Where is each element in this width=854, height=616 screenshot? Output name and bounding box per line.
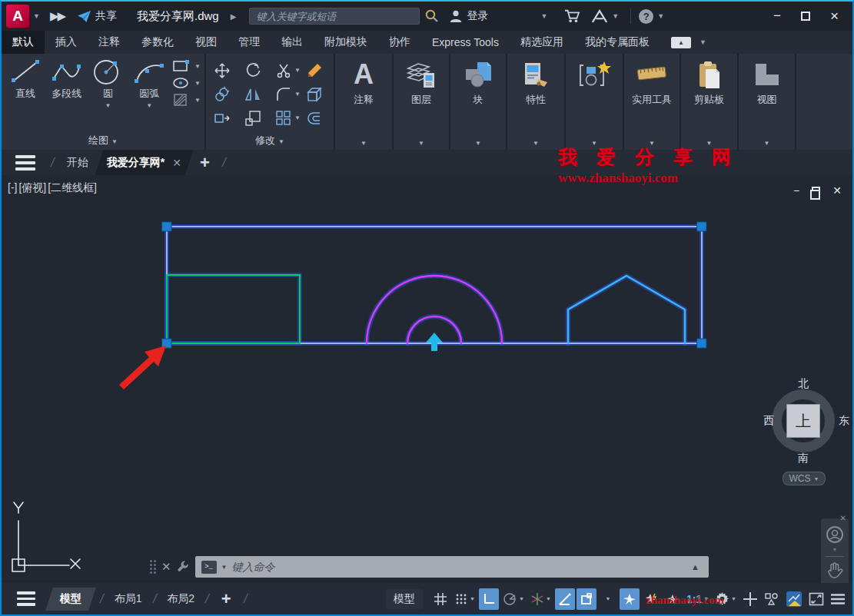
layers-flyout-icon[interactable]: ▼ xyxy=(394,140,449,147)
viewcube-west[interactable]: 西 xyxy=(763,414,774,428)
scale-value-button[interactable]: 1:1 ▼ xyxy=(684,588,711,610)
annotation-autoscale-toggle[interactable] xyxy=(641,588,661,610)
arc-flyout-icon[interactable]: ▼ xyxy=(146,102,152,109)
title-arrow-icon[interactable]: ▶ xyxy=(231,12,237,21)
offset-tool[interactable] xyxy=(303,106,334,130)
command-input[interactable] xyxy=(232,561,687,573)
ribbon-tab-output[interactable]: 输出 xyxy=(271,31,314,54)
search-icon[interactable] xyxy=(424,8,440,24)
clipboard-flyout-icon[interactable]: ▼ xyxy=(681,140,737,147)
file-tabs-menu-icon[interactable] xyxy=(15,155,35,171)
fillet-flyout-icon[interactable]: ▼ xyxy=(294,91,301,98)
viewport-view-menu[interactable]: [俯视] xyxy=(18,181,46,195)
app-menu-caret-icon[interactable]: ▼ xyxy=(33,12,40,20)
viewport-close-icon[interactable]: ✕ xyxy=(832,184,842,197)
viewport-restore-icon[interactable] xyxy=(812,187,820,195)
panel-annotate[interactable]: A 注释 ▼ xyxy=(335,54,394,150)
polar-caret-icon[interactable]: ▼ xyxy=(519,596,524,601)
wcs-dropdown[interactable]: WCS ▼ xyxy=(783,472,826,485)
midpoint-arrow-grip[interactable] xyxy=(426,333,443,351)
selected-rectangle[interactable] xyxy=(167,227,702,343)
share-button[interactable]: 共享 xyxy=(77,9,117,23)
autodesk-logo-icon[interactable] xyxy=(591,9,608,24)
ribbon-tab-express[interactable]: Express Tools xyxy=(421,31,510,54)
cart-icon[interactable] xyxy=(563,8,580,24)
viewcube-top-face[interactable]: 上 xyxy=(786,404,820,438)
iso-drafting-toggle[interactable]: ▼ xyxy=(528,588,553,610)
annotate-flyout-icon[interactable]: ▼ xyxy=(335,140,392,147)
grip-top-left[interactable] xyxy=(162,222,171,231)
ortho-toggle[interactable] xyxy=(479,588,499,610)
layout-menu-icon[interactable] xyxy=(17,591,35,606)
properties-flyout-icon[interactable]: ▼ xyxy=(507,140,564,147)
customization-button[interactable] xyxy=(828,588,848,610)
new-drawing-button[interactable]: + xyxy=(200,153,210,173)
ribbon-tab-featured[interactable]: 精选应用 xyxy=(510,31,574,54)
trim-tool[interactable]: ▼ xyxy=(272,58,303,82)
layout-tab-model[interactable]: 模型 xyxy=(45,588,96,611)
ellipse-tool[interactable]: ▼ xyxy=(170,76,203,90)
command-line-drag-handle[interactable] xyxy=(150,560,156,574)
ribbon-tab-annotate[interactable]: 注释 xyxy=(88,31,131,54)
ellipse-flyout-icon[interactable]: ▼ xyxy=(194,80,201,87)
navbar-close-icon[interactable]: ✕ xyxy=(840,514,846,522)
viewport-style-menu[interactable]: [二维线框] xyxy=(48,181,97,195)
circle-flyout-icon[interactable]: ▼ xyxy=(105,102,111,109)
grid-toggle[interactable] xyxy=(430,588,450,610)
viewcube-north[interactable]: 北 xyxy=(798,377,809,391)
ribbon-tab-parametric[interactable]: 参数化 xyxy=(131,31,184,54)
erase-tool[interactable] xyxy=(303,58,334,82)
block-flyout-icon[interactable]: ▼ xyxy=(450,140,506,147)
trim-flyout-icon[interactable]: ▼ xyxy=(294,67,301,74)
help-caret-icon[interactable]: ▼ xyxy=(657,12,664,20)
grip-top-right[interactable] xyxy=(697,222,706,231)
scale-tool[interactable] xyxy=(241,106,272,130)
command-history-caret-icon[interactable]: ▼ xyxy=(221,564,228,571)
iso-caret-icon[interactable]: ▼ xyxy=(546,596,551,601)
command-input-bar[interactable]: >_ ▼ ▲ xyxy=(195,556,709,578)
ribbon-collapse-caret-icon[interactable]: ▼ xyxy=(699,38,706,46)
navigation-wheel-icon[interactable] xyxy=(825,525,845,545)
viewport-minimize-icon[interactable]: − xyxy=(793,184,799,197)
grip-bottom-right[interactable] xyxy=(697,339,706,348)
panel-label-draw[interactable]: 绘图▼ xyxy=(2,134,204,147)
move-tool[interactable] xyxy=(211,58,241,82)
file-tab-document[interactable]: 我爱分享网* ✕ xyxy=(95,150,193,175)
new-layout-button[interactable]: + xyxy=(221,589,231,609)
fillet-tool[interactable]: ▼ xyxy=(272,82,303,106)
utilities-flyout-icon[interactable]: ▼ xyxy=(624,140,680,147)
panel-clipboard[interactable]: 剪贴板 ▼ xyxy=(681,54,739,150)
file-tab-close-icon[interactable]: ✕ xyxy=(172,157,181,169)
green-rectangle[interactable] xyxy=(167,275,300,343)
snap-caret-icon[interactable]: ▼ xyxy=(470,596,475,601)
groups-flyout-icon[interactable]: ▼ xyxy=(566,140,623,147)
ribbon-tab-collaborate[interactable]: 协作 xyxy=(378,31,421,54)
clean-screen-button[interactable] xyxy=(806,588,826,610)
command-prompt-icon[interactable]: >_ xyxy=(201,561,217,574)
ribbon-tab-manage[interactable]: 管理 xyxy=(228,31,271,54)
rectangle-flyout-icon[interactable]: ▼ xyxy=(194,63,201,70)
panel-properties[interactable]: 特性 ▼ xyxy=(507,54,566,150)
navigation-wheel-caret-icon[interactable]: ▼ xyxy=(832,547,838,552)
ribbon-tab-custom[interactable]: 我的专属面板 xyxy=(574,31,660,54)
osnap-flyout[interactable]: ▼ xyxy=(598,588,618,610)
ribbon-tab-addins[interactable]: 附加模块 xyxy=(314,31,378,54)
snap-toggle[interactable]: ▼ xyxy=(452,588,477,610)
plan-view-button[interactable] xyxy=(740,588,760,610)
copy-tool[interactable] xyxy=(211,82,241,106)
stretch-tool[interactable] xyxy=(211,106,241,130)
viewport-menu[interactable]: [-] xyxy=(8,181,17,195)
rectangle-tool[interactable]: ▼ xyxy=(170,59,203,73)
panel-views[interactable]: 视图 ▼ xyxy=(739,54,796,150)
layout-tab-layout2[interactable]: 布局2 xyxy=(161,592,201,606)
panel-label-modify[interactable]: 修改▼ xyxy=(206,134,334,147)
polar-tracking-toggle[interactable]: ▼ xyxy=(500,588,527,610)
ribbon-tab-view[interactable]: 视图 xyxy=(184,31,228,54)
rotate-tool[interactable] xyxy=(241,58,272,82)
gear-caret-icon[interactable]: ▼ xyxy=(731,596,736,601)
workspace-settings-button[interactable]: ▼ xyxy=(713,588,739,610)
viewcube[interactable]: 北 西 东 南 上 xyxy=(769,379,839,471)
autodesk-caret-icon[interactable]: ▼ xyxy=(612,12,619,20)
app-menu-button[interactable]: A xyxy=(6,5,29,28)
isolate-objects-button[interactable] xyxy=(762,588,782,610)
